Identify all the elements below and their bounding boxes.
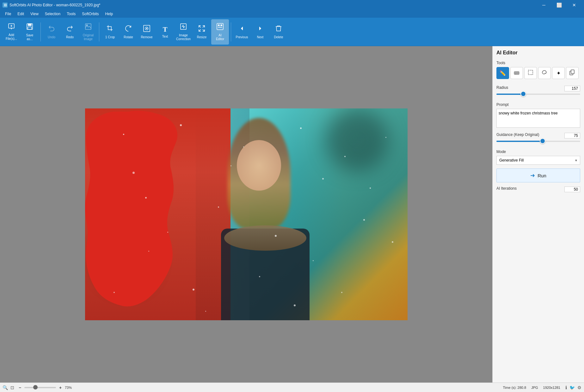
toolbar-divider-1	[40, 22, 41, 41]
brush-tool-button[interactable]: ✏️	[496, 67, 509, 79]
resize-label: Resize	[197, 35, 207, 39]
main-layout: AI Editor Tools ✏️	[0, 46, 584, 383]
app-icon: 🖼	[3, 3, 8, 8]
delete-label: Delete	[274, 35, 283, 39]
add-files-label: AddFile(s)...	[6, 33, 17, 41]
info-icon[interactable]: ℹ	[565, 385, 567, 390]
lasso-tool-button[interactable]	[538, 67, 551, 79]
eraser-tool-button[interactable]	[510, 67, 523, 79]
zoom-in-button[interactable]: +	[57, 384, 64, 391]
menu-edit[interactable]: Edit	[15, 11, 27, 17]
menu-file[interactable]: File	[3, 11, 14, 17]
ai-editor-icon	[216, 23, 224, 32]
redo-button[interactable]: Redo	[61, 19, 79, 45]
right-panel: AI Editor Tools ✏️	[492, 46, 584, 383]
canvas-area[interactable]	[0, 46, 492, 383]
zoom-slider-track[interactable]	[24, 387, 56, 388]
delete-button[interactable]: Delete	[270, 19, 287, 45]
ai-editor-label: AIEditor	[216, 34, 224, 41]
menu-softorbits[interactable]: SoftOrbits	[79, 11, 101, 17]
time-value: 280.8	[518, 386, 526, 389]
resize-button[interactable]: Resize	[193, 19, 211, 45]
mode-select[interactable]: Generative Fill Inpaint Outpaint	[496, 156, 580, 165]
image-dimensions: 1920x1281	[543, 386, 560, 389]
zoom-fit-icon[interactable]: 🔍	[3, 385, 8, 390]
undo-icon	[48, 25, 55, 34]
zoom-actual-icon[interactable]: ⊡	[10, 385, 14, 390]
window-controls: ─ ⬜ ✕	[537, 0, 581, 10]
text-button[interactable]: T Text	[156, 19, 174, 45]
prompt-section: Prompt snowy white frozen christmass tre…	[496, 102, 580, 129]
run-arrow-icon: ➜	[530, 172, 535, 179]
status-bar: 🔍 ⊡ − + 73% Time (s): 280.8 JPG 1920x128…	[0, 383, 584, 392]
mode-select-wrapper: Generative Fill Inpaint Outpaint ▼	[496, 156, 580, 165]
rotate-icon	[125, 25, 132, 34]
maximize-button[interactable]: ⬜	[552, 0, 566, 10]
crop-icon	[106, 25, 114, 34]
ai-editor-button[interactable]: AIEditor	[211, 19, 229, 45]
brush-icon: ✏️	[500, 70, 506, 76]
redo-icon	[66, 25, 74, 34]
prompt-textarea[interactable]: snowy white frozen christmass tree	[496, 109, 580, 128]
guidance-slider-thumb[interactable]	[540, 138, 545, 144]
guidance-value: 75	[564, 133, 580, 138]
guidance-slider-track[interactable]	[496, 141, 580, 142]
clone-tool-button[interactable]	[566, 67, 579, 79]
save-as-button[interactable]: Saveas...	[21, 19, 39, 45]
radius-slider-fill	[496, 94, 523, 95]
original-image-icon	[84, 23, 92, 32]
next-icon	[256, 25, 264, 34]
undo-button[interactable]: Undo	[43, 19, 60, 45]
menu-tools[interactable]: Tools	[64, 11, 78, 17]
undo-label: Undo	[48, 35, 55, 39]
ai-iterations-label: AI Iterations	[496, 186, 517, 191]
remove-label: Remove	[141, 35, 152, 39]
guidance-row: Guidance (Keep Original) 75	[496, 132, 580, 139]
original-image-button[interactable]: OriginalImage	[79, 19, 97, 45]
text-label: Text	[162, 35, 168, 39]
menu-view[interactable]: View	[28, 11, 41, 17]
crop-button[interactable]: 1 Crop	[101, 19, 119, 45]
panel-title: AI Editor	[496, 50, 580, 56]
svg-rect-14	[528, 70, 533, 75]
photo-canvas	[85, 108, 408, 320]
minimize-button[interactable]: ─	[537, 0, 551, 10]
previous-button[interactable]: Previous	[233, 19, 251, 45]
image-correction-label: ImageCorrection	[176, 34, 191, 41]
magic-wand-tool-button[interactable]: ✦	[552, 67, 565, 79]
settings-icon[interactable]: ⚙	[577, 385, 581, 390]
zoom-out-button[interactable]: −	[17, 384, 23, 391]
svg-point-10	[218, 25, 219, 26]
image-correction-button[interactable]: ImageCorrection	[175, 19, 192, 45]
run-button-label: Run	[538, 173, 546, 178]
radius-slider-thumb[interactable]	[520, 91, 526, 97]
tools-section: Tools ✏️	[496, 61, 580, 82]
status-right-icons: ℹ 🐦 ⚙	[565, 385, 581, 390]
rotate-button[interactable]: Rotate	[120, 19, 137, 45]
svg-rect-9	[217, 23, 223, 30]
remove-icon	[143, 25, 151, 34]
time-info: Time (s): 280.8	[503, 386, 526, 389]
previous-label: Previous	[236, 35, 248, 39]
close-button[interactable]: ✕	[567, 0, 581, 10]
run-button[interactable]: ➜ Run	[496, 168, 580, 182]
share-icon[interactable]: 🐦	[569, 385, 575, 390]
zoom-slider-thumb[interactable]	[33, 385, 38, 389]
radius-slider-track[interactable]	[496, 94, 580, 95]
radius-row: Radius 157	[496, 85, 580, 92]
save-icon	[26, 23, 34, 32]
next-button[interactable]: Next	[251, 19, 269, 45]
crop-label: 1 Crop	[105, 35, 115, 39]
add-icon	[8, 23, 15, 32]
svg-rect-2	[28, 24, 31, 26]
rotate-label: Rotate	[124, 35, 133, 39]
menu-selection[interactable]: Selection	[42, 11, 63, 17]
remove-button[interactable]: Remove	[138, 19, 156, 45]
rect-select-tool-button[interactable]	[524, 67, 537, 79]
title-bar: 🖼 SoftOrbits AI Photo Editor - woman-600…	[0, 0, 584, 10]
ai-iterations-row: AI Iterations 50	[496, 186, 580, 193]
prompt-label: Prompt	[496, 102, 580, 107]
add-files-button[interactable]: AddFile(s)...	[3, 19, 20, 45]
menu-help[interactable]: Help	[103, 11, 116, 17]
lasso-icon	[542, 70, 547, 77]
